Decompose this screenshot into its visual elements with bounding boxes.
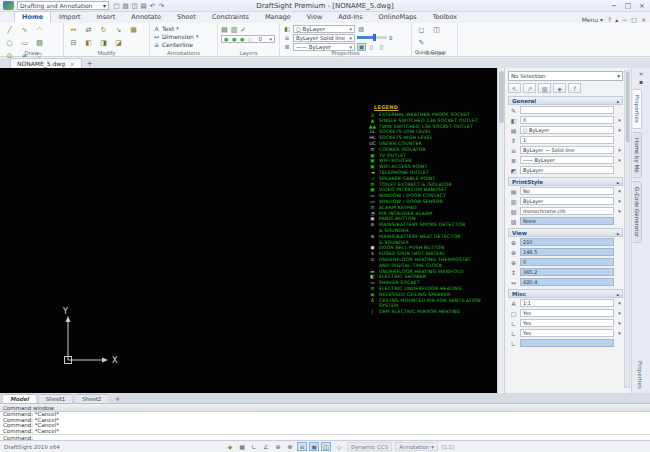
property-value[interactable]: 365.2 bbox=[520, 268, 614, 276]
status-toggle-icon[interactable]: ∟ bbox=[249, 442, 259, 451]
chevron-down-icon[interactable]: ▾ bbox=[616, 198, 623, 204]
document-tab[interactable]: NONAME_5.dwg × bbox=[10, 58, 82, 68]
modify-tool-icon[interactable]: ◨ bbox=[97, 37, 110, 48]
status-toggle-icon[interactable]: ≡ bbox=[297, 442, 307, 451]
group-tool-icon[interactable]: ◻ bbox=[415, 24, 428, 35]
property-value[interactable]: ByLayer bbox=[520, 197, 614, 205]
draw-tool-icon[interactable]: ∿ bbox=[18, 24, 31, 35]
sheet-tab[interactable]: Sheet1 bbox=[38, 394, 73, 403]
modify-tool-icon[interactable]: ⇄ bbox=[82, 24, 95, 35]
command-window-title[interactable]: Command window bbox=[0, 404, 650, 412]
workspace-selector[interactable]: Drafting and Annotation ▾ bbox=[17, 1, 109, 10]
layer-tool-icon[interactable]: ✓ bbox=[240, 26, 246, 34]
add-sheet-button[interactable]: + bbox=[111, 395, 124, 403]
menu-right-icon[interactable]: ▴ bbox=[615, 16, 618, 23]
ribbon-tab[interactable]: Import bbox=[51, 11, 89, 23]
chevron-down-icon[interactable]: ▾ bbox=[616, 147, 623, 153]
layer-dropdown[interactable]: ● ● ● ○ 0 ▾ bbox=[221, 35, 275, 43]
property-value[interactable]: 148.5 bbox=[520, 248, 614, 256]
section-header[interactable]: Misc ▴ bbox=[508, 289, 623, 298]
sheet-tab[interactable]: Sheet2 bbox=[74, 394, 109, 403]
panel-toolbar-icon[interactable]: ◈ bbox=[553, 83, 566, 93]
pin-icon[interactable]: ▪ bbox=[634, 78, 649, 86]
chevron-down-icon[interactable]: ▾ bbox=[616, 300, 623, 306]
modify-tool-icon[interactable]: ◪ bbox=[112, 37, 125, 48]
dynamic-ccs-button[interactable]: Dynamic CCS bbox=[347, 442, 392, 451]
annotation-button[interactable]: ≡ Centerline bbox=[153, 40, 214, 48]
modify-tool-icon[interactable]: ↘ bbox=[112, 24, 125, 35]
ribbon-tab[interactable]: Manage bbox=[257, 11, 299, 23]
property-value[interactable]: Yes bbox=[520, 329, 614, 337]
property-value[interactable]: —— ByLayer bbox=[520, 156, 614, 164]
menu-right-icon[interactable]: ? bbox=[608, 16, 611, 23]
quick-access-icon[interactable]: ▤ bbox=[139, 1, 148, 10]
chevron-down-icon[interactable]: ▾ bbox=[616, 320, 623, 326]
group-tool-icon[interactable]: ◫ bbox=[430, 24, 443, 35]
annotation-scale-button[interactable]: Annotation ▾ bbox=[395, 442, 438, 451]
menu-right-icon[interactable]: × bbox=[641, 16, 646, 23]
quick-access-icon[interactable]: ◫ bbox=[130, 1, 139, 10]
section-header[interactable]: General ▴ bbox=[508, 96, 623, 105]
property-value[interactable]: No bbox=[520, 187, 614, 195]
ribbon-tab[interactable]: Constraints bbox=[204, 11, 257, 23]
chevron-down-icon[interactable]: ▾ bbox=[616, 188, 623, 194]
draw-tool-icon[interactable]: ▭ bbox=[18, 37, 31, 48]
collapse-icon[interactable]: ▴ bbox=[616, 179, 619, 185]
line-color-dropdown[interactable]: ○ ByLayer ▾ bbox=[293, 25, 355, 33]
draw-tool-icon[interactable]: ◠ bbox=[33, 24, 46, 35]
modify-tool-icon[interactable]: ◧ bbox=[82, 37, 95, 48]
ribbon-tab[interactable]: View bbox=[299, 11, 330, 23]
ucs-toggle-icon[interactable]: ◇ bbox=[334, 442, 344, 451]
status-toggle-icon[interactable]: ⊕ bbox=[273, 442, 283, 451]
group-tool-icon[interactable]: ✎ bbox=[415, 37, 428, 48]
ribbon-tab[interactable]: Sheet bbox=[169, 11, 204, 23]
close-icon[interactable]: × bbox=[634, 70, 649, 78]
status-toggle-icon[interactable]: ◫ bbox=[321, 442, 331, 451]
property-value[interactable]: 210 bbox=[520, 238, 614, 246]
annotation-button[interactable]: A Text ▾ bbox=[153, 24, 214, 32]
chevron-down-icon[interactable]: ▾ bbox=[616, 208, 623, 214]
property-value[interactable]: ○ ByLayer bbox=[520, 126, 614, 134]
close-icon[interactable]: × bbox=[70, 61, 75, 67]
ribbon-tab[interactable]: OnlineMaps bbox=[371, 11, 425, 23]
ribbon-tab[interactable]: Add-Ins bbox=[330, 11, 370, 23]
quick-access-icon[interactable]: ▧ bbox=[121, 1, 130, 10]
property-value[interactable]: monochrome.ctb bbox=[520, 207, 614, 215]
new-tab-button[interactable]: + bbox=[82, 60, 98, 68]
modify-tool-icon[interactable]: ↻ bbox=[97, 24, 110, 35]
chevron-down-icon[interactable]: ▾ bbox=[616, 310, 623, 316]
selection-dropdown[interactable]: No Selection ▾ bbox=[508, 71, 623, 81]
ribbon-tab[interactable]: Annotate bbox=[123, 11, 169, 23]
property-value[interactable]: ByLayer — Solid line bbox=[520, 146, 614, 154]
pattern-icon[interactable]: ▨ bbox=[357, 25, 365, 32]
menu-button[interactable]: Menu ▾ bbox=[582, 16, 603, 23]
chevron-down-icon[interactable]: ▾ bbox=[616, 127, 623, 133]
property-value[interactable]: 1:1 bbox=[520, 299, 614, 307]
collapse-icon[interactable]: ▴ bbox=[616, 291, 619, 297]
modify-tool-icon[interactable]: ▦ bbox=[127, 24, 140, 35]
status-toggle-icon[interactable]: ◆ bbox=[225, 442, 235, 451]
property-value[interactable]: ByLayer bbox=[520, 166, 614, 174]
line-style-dropdown[interactable]: ByLayer Solid line ▾ bbox=[293, 34, 355, 42]
palette-tab[interactable]: G-Code Generator bbox=[633, 181, 642, 243]
canvas-vertical-scrollbar[interactable] bbox=[497, 68, 504, 393]
scrollbar-thumb[interactable] bbox=[626, 72, 629, 142]
draw-tool-icon[interactable]: ╱ bbox=[3, 24, 16, 35]
property-value[interactable] bbox=[520, 106, 614, 114]
property-value[interactable]: 1 bbox=[520, 136, 614, 144]
menu-right-icon[interactable]: − bbox=[622, 16, 627, 23]
status-toggle-icon[interactable]: ⊗ bbox=[285, 442, 295, 451]
status-toggle-icon[interactable]: ∠ bbox=[261, 442, 271, 451]
ribbon-tab[interactable]: Home bbox=[14, 11, 51, 23]
property-value[interactable]: Yes bbox=[520, 309, 614, 317]
quick-access-icon[interactable]: ↶ bbox=[148, 1, 157, 10]
collapse-icon[interactable]: ▴ bbox=[616, 98, 619, 104]
draw-tool-icon[interactable]: ▨ bbox=[33, 37, 46, 48]
status-toggle-icon[interactable]: ▦ bbox=[237, 442, 247, 451]
quick-access-icon[interactable]: ↷ bbox=[157, 1, 166, 10]
chevron-down-icon[interactable]: ▾ bbox=[616, 157, 623, 163]
section-header[interactable]: View ▴ bbox=[508, 228, 623, 237]
menu-right-icon[interactable]: □ bbox=[631, 16, 637, 23]
property-value[interactable]: 420.4 bbox=[520, 278, 614, 286]
panel-toolbar-icon[interactable]: ? bbox=[568, 83, 581, 93]
